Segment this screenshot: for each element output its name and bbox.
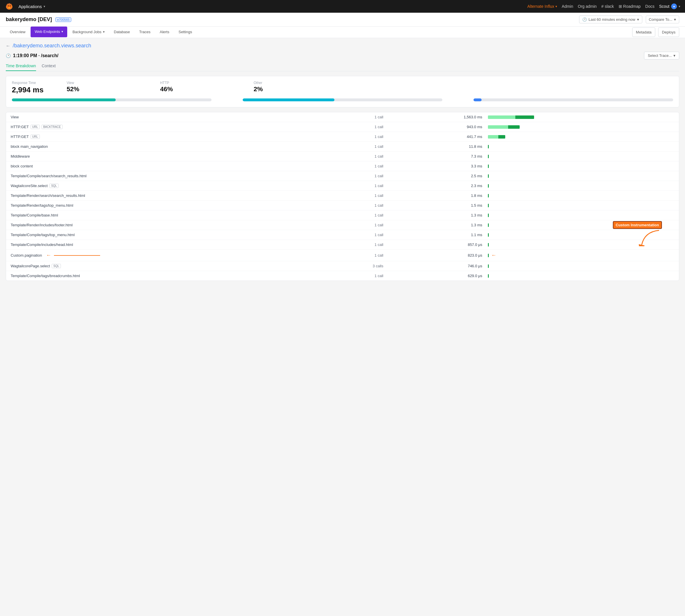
tab-alerts[interactable]: Alerts [156, 27, 173, 38]
bar-dot [488, 164, 489, 168]
table-card: View 1 call 1,563.0 ms HTTP.GET URL BACK… [6, 112, 679, 281]
annotation-label: Custom Instrumentation [613, 221, 662, 229]
time-selector[interactable]: 🕐 Last 60 minutes ending now ▾ [579, 16, 642, 23]
chevron-down-icon: ▾ [555, 5, 557, 8]
bar-dot [488, 204, 489, 207]
table-row: Template/Compile/tags/breadcrumbs.html 1… [6, 271, 679, 281]
bar-dot [488, 223, 489, 227]
admin-link[interactable]: Admin [562, 4, 573, 9]
response-time-stat: Response Time 2,994 ms [12, 81, 44, 94]
chevron-down-icon: ▾ [44, 5, 45, 8]
slack-icon: # [601, 4, 603, 9]
backtrace-tag[interactable]: BACKTRACE [42, 125, 63, 129]
bar-dot [488, 254, 489, 257]
breadcrumb-path[interactable]: /bakerydemo.search.views.search [13, 43, 91, 49]
bar-dot [488, 243, 489, 246]
main-content: ← /bakerydemo.search.views.search 🕐 1:19… [0, 38, 685, 616]
chevron-down-icon: ▾ [637, 17, 639, 22]
slack-link[interactable]: # slack [601, 4, 614, 9]
bar-dot [488, 155, 489, 158]
annotation-area: View 1 call 1,563.0 ms HTTP.GET URL BACK… [6, 112, 679, 281]
left-arrow-icon2: ← [491, 252, 496, 258]
stats-row: Response Time 2,994 ms View 52% HTTP 46%… [12, 81, 673, 94]
left-arrow-icon: ← [46, 252, 51, 258]
svg-point-2 [8, 5, 9, 6]
tab-bar: Overview Web Endpoints ▾ Background Jobs… [0, 26, 685, 38]
other-stat: Other 2% [254, 81, 263, 94]
tab-database[interactable]: Database [110, 27, 134, 38]
table-row: Template/Compile/tags/top_menu.html 1 ca… [6, 230, 679, 240]
alternate-influx-link[interactable]: Alternate Influx ▾ [527, 4, 557, 9]
tab-overview[interactable]: Overview [6, 27, 29, 38]
bar-http2 [488, 135, 505, 138]
scout-logo-icon[interactable] [5, 2, 14, 11]
sql-tag[interactable]: SQL [49, 183, 59, 188]
table-row: Template/Render/includes/footer.html 1 c… [6, 220, 679, 230]
stats-card: Response Time 2,994 ms View 52% HTTP 46%… [6, 76, 679, 107]
chevron-down-icon: ▾ [103, 30, 105, 34]
table-row: Template/Compile/includes/head.html 1 ca… [6, 240, 679, 250]
bar-dot [488, 274, 489, 278]
table-row: WagtailcoreSite.select SQL 1 call 2.3 ms [6, 181, 679, 191]
tab-settings[interactable]: Settings [175, 27, 196, 38]
roadmap-icon: ⊞ [619, 4, 622, 9]
bar-view [488, 115, 534, 119]
url-tag[interactable]: URL [30, 125, 40, 129]
table-row: Template/Render/tags/top_menu.html 1 cal… [6, 201, 679, 211]
annotation-arrow-icon [639, 229, 662, 246]
table-row-custom-pagination: Custom.pagination ← 1 call 823.0 μs ← [6, 250, 679, 261]
breadcrumb: ← /bakerydemo.search.views.search [6, 43, 679, 49]
trace-time: 1:19:00 PM · /search/ [13, 53, 58, 58]
breakdown-bars [12, 98, 673, 101]
chevron-down-icon: ▾ [674, 17, 676, 22]
clock-icon: 🕐 [582, 17, 587, 22]
table-row: Template/Compile/search/search_results.h… [6, 171, 679, 181]
select-trace-dropdown[interactable]: Select Trace... ▾ [644, 52, 679, 60]
tab-metadata[interactable]: Metadata [632, 27, 655, 37]
roadmap-link[interactable]: ⊞ Roadmap [619, 4, 641, 9]
bar-dot [488, 174, 489, 178]
chevron-down-icon: ▾ [679, 5, 680, 8]
tab-deploys[interactable]: Deploys [658, 27, 679, 37]
view-stat: View 52% [67, 81, 79, 94]
tab-traces[interactable]: Traces [135, 27, 154, 38]
table-row: Template/Compile/base.html 1 call 1.3 ms [6, 211, 679, 220]
org-admin-link[interactable]: Org admin [578, 4, 597, 9]
applications-dropdown[interactable]: Applications ▾ [19, 4, 45, 9]
bar-dot [488, 194, 489, 197]
tab-context[interactable]: Context [42, 64, 56, 71]
arrow-line [54, 255, 100, 256]
sql-tag[interactable]: SQL [52, 264, 61, 268]
bar-http1 [488, 125, 520, 129]
svg-point-4 [8, 7, 10, 8]
table-row: Template/Render/search/search_results.ht… [6, 191, 679, 201]
sub-header: bakerydemo [DEV] e700565 🕐 Last 60 minut… [0, 13, 685, 26]
other-bar-fill [474, 98, 482, 101]
tab-time-breakdown[interactable]: Time Breakdown [6, 64, 36, 71]
clock-icon: 🕐 [6, 53, 11, 58]
tab-web-endpoints[interactable]: Web Endpoints ▾ [30, 26, 67, 37]
other-bar [474, 98, 673, 101]
url-tag[interactable]: URL [30, 134, 40, 139]
compare-selector[interactable]: Compare To... ▾ [646, 16, 679, 23]
docs-link[interactable]: Docs [645, 4, 655, 9]
bar-dot [488, 145, 489, 148]
custom-instrumentation-annotation: Custom Instrumentation [613, 221, 662, 246]
table-row: block main_navigation 1 call 11.8 ms [6, 142, 679, 152]
bar-dot [488, 184, 489, 188]
bar-dot [488, 233, 489, 237]
app-title: bakerydemo [DEV] [6, 17, 52, 23]
tab-background-jobs[interactable]: Background Jobs ▾ [68, 27, 109, 38]
http-bar-fill [243, 98, 335, 101]
table-row: HTTP.GET URL 1 call 441.7 ms [6, 132, 679, 142]
scout-menu[interactable]: Scout ● ▾ [659, 3, 680, 9]
bar-dot [488, 264, 489, 268]
view-bar-fill [12, 98, 116, 101]
table-row: HTTP.GET URL BACKTRACE 1 call 943.0 ms [6, 122, 679, 132]
bar-dot [488, 214, 489, 217]
back-button[interactable]: ← [6, 43, 10, 48]
view-bar [12, 98, 211, 101]
table-row: Middleware 1 call 7.3 ms [6, 152, 679, 161]
app-id-badge[interactable]: e700565 [55, 17, 71, 22]
http-stat: HTTP 46% [160, 81, 173, 94]
